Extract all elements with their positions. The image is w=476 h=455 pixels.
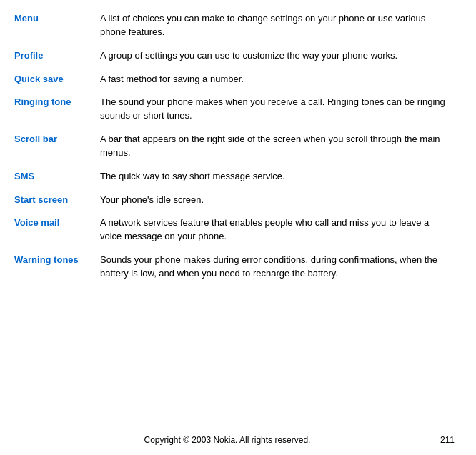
glossary-term: Quick save: [14, 68, 100, 91]
glossary-definition: A list of choices you can make to change…: [100, 7, 455, 44]
glossary-row: Ringing toneThe sound your phone makes w…: [14, 91, 455, 128]
glossary-term: Warning tones: [14, 249, 100, 286]
glossary-term: Menu: [14, 7, 100, 44]
glossary-term: Voice mail: [14, 211, 100, 249]
glossary-row: Quick saveA fast method for saving a num…: [14, 68, 455, 91]
page-container: MenuA list of choices you can make to ch…: [0, 0, 476, 455]
glossary-row: Start screenYour phone's idle screen.: [14, 189, 455, 212]
glossary-row: Scroll barA bar that appears on the righ…: [14, 128, 455, 165]
glossary-term: Ringing tone: [14, 91, 100, 128]
glossary-row: Voice mailA network services feature tha…: [14, 211, 455, 249]
glossary-definition: Your phone's idle screen.: [100, 189, 455, 212]
glossary-term: SMS: [14, 165, 100, 189]
glossary-definition: A group of settings you can use to custo…: [100, 44, 455, 68]
glossary-row: MenuA list of choices you can make to ch…: [14, 7, 455, 44]
glossary-table: MenuA list of choices you can make to ch…: [14, 7, 455, 286]
copyright-text: Copyright © 2003 Nokia. All rights reser…: [14, 435, 440, 445]
glossary-row: ProfileA group of settings you can use t…: [14, 44, 455, 68]
glossary-term: Start screen: [14, 189, 100, 212]
glossary-definition: A fast method for saving a number.: [100, 68, 455, 91]
glossary-definition: A network services feature that enables …: [100, 211, 455, 249]
glossary-row: SMSThe quick way to say short message se…: [14, 165, 455, 189]
glossary-definition: The quick way to say short message servi…: [100, 165, 455, 189]
page-number: 211: [440, 435, 455, 445]
glossary-definition: The sound your phone makes when you rece…: [100, 91, 455, 128]
glossary-term: Profile: [14, 44, 100, 68]
glossary-definition: A bar that appears on the right side of …: [100, 128, 455, 165]
glossary-definition: Sounds your phone makes during error con…: [100, 249, 455, 286]
glossary-row: Warning tonesSounds your phone makes dur…: [14, 249, 455, 286]
footer: Copyright © 2003 Nokia. All rights reser…: [14, 429, 455, 448]
glossary-term: Scroll bar: [14, 128, 100, 165]
content-area: MenuA list of choices you can make to ch…: [14, 7, 455, 429]
